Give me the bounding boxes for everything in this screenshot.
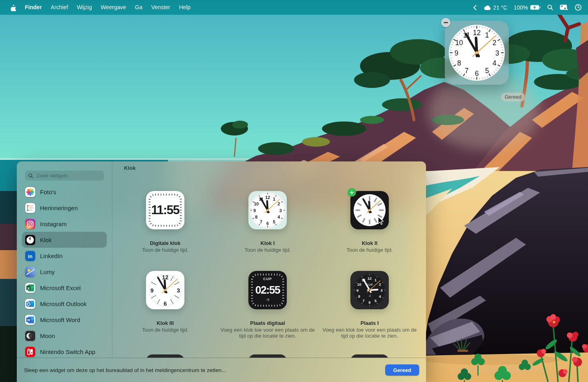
svg-text:8: 8 (358, 294, 360, 298)
desktop-clock-widget[interactable]: 121234567891011 (445, 21, 509, 85)
temperature-label: 21 °C (493, 4, 507, 11)
spotlight-menu[interactable] (547, 4, 553, 10)
nintendo-switch-app-icon (25, 347, 35, 357)
svg-text:1: 1 (485, 31, 489, 39)
clock-menu[interactable] (575, 4, 582, 11)
weather-status[interactable]: 21 °C (483, 4, 507, 11)
sidebar-item-linkedin[interactable]: inLinkedIn (22, 248, 107, 264)
panel-footer: Sleep een widget om deze op het bureaubl… (17, 358, 426, 382)
sidebar-item-label: Foto's (40, 189, 56, 195)
widget-name: Plaats I (318, 320, 421, 326)
svg-text:6: 6 (266, 221, 269, 226)
widget-desc: Toon de huidige tijd. (322, 247, 418, 253)
cloud-icon (483, 5, 491, 10)
widget-preview-klok-3[interactable]: 12369 (146, 271, 184, 309)
sidebar-item-lumy[interactable]: Lumy (22, 264, 107, 280)
widget-name: Klok I (216, 240, 319, 246)
svg-text:7: 7 (465, 67, 469, 75)
next-row-widget-peek (146, 354, 184, 358)
sidebar-item-label: Instagram (40, 221, 67, 227)
svg-text:6: 6 (475, 70, 479, 78)
svg-text:W: W (27, 318, 30, 322)
svg-text:1: 1 (273, 197, 275, 201)
menu-ga[interactable]: Ga (130, 0, 147, 15)
sidebar-item-outlook[interactable]: Microsoft Outlook (22, 296, 107, 312)
widget-preview-plaats-1[interactable]: 121234567891011CUP-9 (350, 271, 389, 309)
svg-text:1: 1 (374, 278, 377, 282)
sidebar-item-label: Nintendo Switch App (40, 348, 95, 355)
sidebar-item-moon[interactable]: Moon (22, 328, 107, 344)
reminders-app-icon (25, 203, 35, 213)
apple-menu[interactable] (6, 4, 20, 11)
desktop-done-button[interactable]: Gereed (501, 93, 525, 101)
widget-desc: Voeg een klok toe voor een plaats om de … (220, 327, 316, 339)
control-center-menu[interactable] (560, 4, 568, 10)
analog-clock-face: 121234567891011 (445, 21, 509, 85)
add-widget-badge[interactable]: + (348, 188, 356, 197)
widget-cell-plaats-1: 121234567891011CUP-9 Plaats I Voeg een k… (318, 271, 421, 339)
svg-text:6: 6 (368, 300, 370, 304)
clock-app-icon (25, 235, 35, 245)
sidebar-item-word[interactable]: WMicrosoft Word (22, 312, 107, 328)
menu-weergave[interactable]: Weergave (96, 0, 131, 15)
svg-text:5: 5 (273, 219, 275, 224)
svg-text:5: 5 (485, 67, 489, 75)
svg-text:X: X (27, 286, 30, 290)
search-icon (28, 173, 33, 178)
widget-search-field[interactable] (25, 171, 104, 181)
sidebar-item-label: Lumy (40, 269, 55, 275)
sidebar-item-label: Klok (40, 237, 52, 243)
sidebar-item-nintendo[interactable]: Nintendo Switch App (22, 344, 107, 358)
svg-text:3: 3 (380, 288, 382, 292)
word-app-icon: W (25, 315, 35, 325)
sidebar-item-clock[interactable]: Klok (22, 232, 107, 248)
svg-text:2: 2 (278, 201, 280, 206)
apple-logo-icon (10, 4, 16, 11)
widget-desc: Toon de huidige tijd. (117, 327, 213, 333)
section-title: Klok (124, 165, 136, 171)
lumy-app-icon (25, 267, 35, 277)
svg-text:8: 8 (457, 59, 461, 67)
sidebar-item-instagram[interactable]: Instagram (22, 216, 107, 232)
sidebar-item-photos[interactable]: Foto's (22, 184, 107, 200)
svg-text:in: in (28, 253, 32, 259)
sidebar-item-label: LinkedIn (40, 253, 63, 259)
utc-offset-label: -9 (248, 297, 287, 302)
svg-text:9: 9 (150, 287, 154, 294)
menu-venster[interactable]: Venster (147, 0, 174, 15)
battery-status[interactable]: 100% (514, 4, 541, 11)
notch-collapse-chevron[interactable] (473, 5, 477, 10)
sidebar-item-reminders[interactable]: Herinneringen (22, 200, 107, 216)
widget-cell-klok-1: 121234567891011 Klok I Toon de huidige t… (216, 191, 319, 253)
widget-desc: Voeg een klok toe voor een plaats om de … (322, 327, 418, 339)
widget-cell-klok-3: 12369 Klok III Toon de huidige tijd. (114, 271, 216, 333)
menu-archief[interactable]: Archief (46, 0, 73, 15)
svg-text:-9: -9 (368, 294, 371, 298)
widget-preview-klok-1[interactable]: 121234567891011 (248, 191, 287, 229)
drag-hint-text: Sleep een widget om deze op het bureaubl… (24, 367, 226, 373)
svg-text:4: 4 (278, 215, 280, 219)
widget-preview-digitale-klok[interactable]: 11:55 (146, 191, 184, 229)
svg-text:3: 3 (177, 287, 180, 294)
remove-widget-button[interactable] (441, 18, 450, 27)
svg-text:3: 3 (279, 208, 282, 213)
battery-charging-icon (530, 5, 541, 10)
widget-name: Plaats digitaal (216, 320, 319, 326)
svg-text:2: 2 (379, 282, 381, 286)
menu-help[interactable]: Help (174, 0, 195, 15)
svg-text:10: 10 (455, 39, 463, 47)
svg-text:12: 12 (368, 276, 372, 281)
svg-text:8: 8 (255, 215, 258, 219)
menu-wijzig[interactable]: Wijzig (72, 0, 96, 15)
widget-preview-plaats-digitaal[interactable]: CUP02:55-9 (248, 271, 287, 309)
widget-name: Digitale klok (114, 240, 216, 246)
digital-time: 11:55 (146, 191, 184, 229)
done-button[interactable]: Gereed (385, 364, 419, 376)
widget-gallery-panel: Foto'sHerinneringenInstagramKlokinLinked… (17, 161, 426, 382)
svg-text:9: 9 (454, 49, 458, 57)
photos-app-icon (25, 187, 35, 197)
menu-finder[interactable]: Finder (20, 0, 46, 15)
desktop: Finder Archief Wijzig Weergave Ga Venste… (0, 0, 588, 382)
sidebar-item-excel[interactable]: XMicrosoft Excel (22, 280, 107, 296)
search-input[interactable] (36, 172, 101, 179)
